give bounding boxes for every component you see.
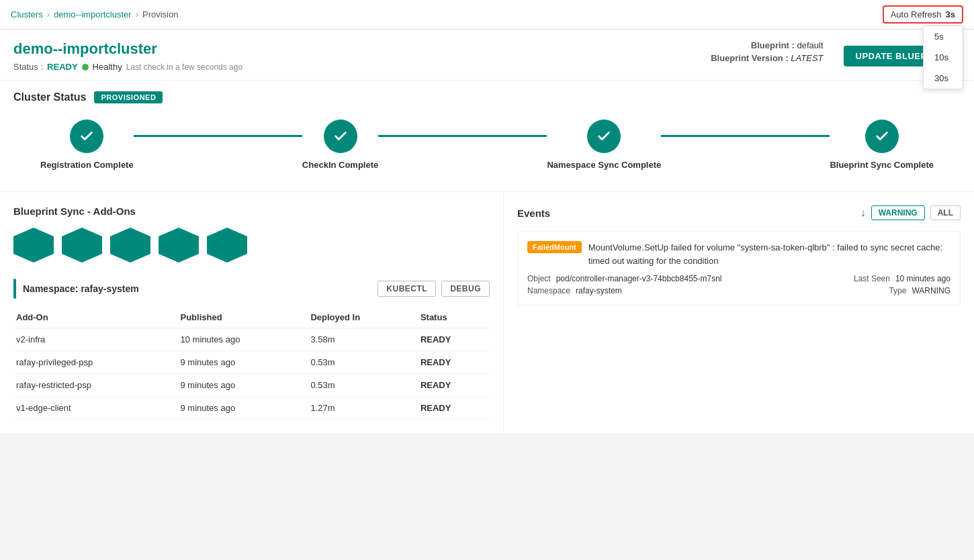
- breadcrumb-cluster[interactable]: demo--importcluster: [54, 9, 132, 19]
- event-last-seen-row: Last Seen 10 minutes ago: [854, 274, 950, 283]
- breadcrumb-sep-1: ›: [47, 9, 50, 19]
- health-text: Healthy: [93, 62, 122, 72]
- left-panel: Blueprint Sync - Add-Ons Namespace: rafa…: [0, 192, 504, 433]
- cluster-status-header: Cluster Status PROVISIONED: [13, 91, 961, 103]
- breadcrumb-sep-2: ›: [136, 9, 138, 19]
- blueprint-version-label: Blueprint Version :: [711, 53, 789, 63]
- cluster-meta: Blueprint : default Blueprint Version : …: [711, 40, 823, 66]
- filter-warning-button[interactable]: WARNING: [871, 205, 925, 220]
- event-object-label: Object: [527, 274, 551, 283]
- breadcrumb-clusters[interactable]: Clusters: [11, 9, 43, 19]
- cell-published: 10 minutes ago: [177, 328, 308, 351]
- cell-addon: rafay-restricted-psp: [13, 374, 177, 397]
- cluster-status-section: Cluster Status PROVISIONED Registration …: [0, 80, 974, 191]
- refresh-option-10s[interactable]: 10s: [924, 47, 963, 68]
- step-label-namespace-sync: Namespace Sync Complete: [547, 160, 661, 170]
- cell-deployed-in: 1.27m: [308, 397, 417, 420]
- step-connector-3: [661, 135, 830, 137]
- refresh-option-5s[interactable]: 5s: [924, 26, 963, 47]
- hexagon-4: [159, 228, 199, 263]
- event-type-value: WARNING: [912, 286, 950, 295]
- breadcrumb-bar: Clusters › demo--importcluster › Provisi…: [0, 0, 974, 30]
- events-header: Events ↓ WARNING ALL: [517, 205, 961, 220]
- event-meta: Object pod/controller-manager-v3-74bbcb8…: [527, 274, 950, 295]
- blueprint-sync-title: Blueprint Sync - Add-Ons: [13, 205, 490, 217]
- col-published: Published: [177, 307, 308, 328]
- auto-refresh-dropdown: 5s 10s 30s: [923, 26, 963, 89]
- cell-addon: v1-edge-client: [13, 397, 177, 420]
- step-blueprint-sync: Blueprint Sync Complete: [830, 120, 934, 170]
- events-title: Events: [517, 207, 550, 219]
- cluster-title: demo--importcluster: [13, 40, 242, 58]
- addon-table-body: v2-infra 10 minutes ago 3.58m READY rafa…: [13, 328, 490, 420]
- table-row: v1-edge-client 9 minutes ago 1.27m READY: [13, 397, 490, 420]
- namespace-title-bar: Namespace: rafay-system: [13, 279, 139, 299]
- auto-refresh-button[interactable]: Auto Refresh 3s: [883, 5, 963, 24]
- event-card: FailedMount MountVolume.SetUp failed for…: [517, 231, 961, 306]
- cell-status: READY: [418, 374, 490, 397]
- event-type-label: Type: [889, 286, 906, 295]
- filter-all-button[interactable]: ALL: [930, 205, 961, 220]
- step-connector-2: [378, 135, 547, 137]
- event-message: MountVolume.SetUp failed for volume "sys…: [588, 241, 950, 267]
- blueprint-version-line: Blueprint Version : LATEST: [711, 53, 823, 63]
- events-controls: ↓ WARNING ALL: [860, 205, 961, 220]
- breadcrumb: Clusters › demo--importcluster › Provisi…: [11, 9, 178, 19]
- step-label-registration: Registration Complete: [40, 160, 134, 170]
- main-content: demo--importcluster Status : READY Healt…: [0, 30, 974, 433]
- refresh-option-30s[interactable]: 30s: [924, 68, 963, 89]
- col-status: Status: [418, 307, 490, 328]
- blueprint-value: default: [797, 40, 823, 50]
- cell-addon: v2-infra: [13, 328, 177, 351]
- col-addon: Add-On: [13, 307, 177, 328]
- namespace-section: Namespace: rafay-system KUBECTL DEBUG Ad…: [13, 279, 490, 420]
- hexagon-1: [13, 228, 54, 263]
- table-row: rafay-privileged-psp 9 minutes ago 0.53m…: [13, 351, 490, 374]
- step-circle-checkin: [324, 120, 357, 153]
- cell-status: READY: [418, 328, 490, 351]
- checkin-text: Last check in a few seconds ago: [126, 62, 242, 72]
- step-connector-1: [134, 135, 302, 137]
- event-meta-right: Last Seen 10 minutes ago Type WARNING: [854, 274, 950, 295]
- cluster-status-line: Status : READY Healthy Last check in a f…: [13, 62, 242, 72]
- step-namespace-sync: Namespace Sync Complete: [547, 120, 661, 170]
- download-icon[interactable]: ↓: [860, 207, 866, 219]
- blueprint-version-value: LATEST: [791, 53, 823, 63]
- provisioned-badge: PROVISIONED: [94, 91, 163, 103]
- event-namespace-label: Namespace: [527, 286, 570, 295]
- check-icon-3: [596, 129, 611, 144]
- event-object-value: pod/controller-manager-v3-74bbcb8455-m7s…: [556, 274, 722, 283]
- breadcrumb-page: Provision: [142, 9, 178, 19]
- blueprint-line: Blueprint : default: [711, 40, 823, 50]
- cell-published: 9 minutes ago: [177, 397, 308, 420]
- step-circle-blueprint-sync: [865, 120, 899, 153]
- cell-deployed-in: 0.53m: [308, 374, 417, 397]
- table-row: v2-infra 10 minutes ago 3.58m READY: [13, 328, 490, 351]
- namespace-header: Namespace: rafay-system KUBECTL DEBUG: [13, 279, 490, 299]
- auto-refresh-container: Auto Refresh 3s 5s 10s 30s: [883, 5, 963, 24]
- lower-panels: Blueprint Sync - Add-Ons Namespace: rafa…: [0, 191, 974, 433]
- check-icon-1: [79, 129, 94, 144]
- event-type-row: Type WARNING: [889, 286, 950, 295]
- cluster-header: demo--importcluster Status : READY Healt…: [0, 30, 974, 80]
- addon-table-head: Add-On Published Deployed In Status: [13, 307, 490, 328]
- cell-addon: rafay-privileged-psp: [13, 351, 177, 374]
- addon-table: Add-On Published Deployed In Status v2-i…: [13, 307, 490, 420]
- kubectl-button[interactable]: KUBECTL: [378, 281, 436, 297]
- col-deployed-in: Deployed In: [308, 307, 417, 328]
- auto-refresh-value: 3s: [946, 9, 955, 19]
- failed-mount-badge: FailedMount: [527, 241, 582, 253]
- addon-table-header-row: Add-On Published Deployed In Status: [13, 307, 490, 328]
- step-label-blueprint-sync: Blueprint Sync Complete: [830, 160, 934, 170]
- progress-steps: Registration Complete CheckIn Complete: [13, 120, 961, 181]
- check-icon-4: [875, 129, 889, 144]
- cell-status: READY: [418, 397, 490, 420]
- step-checkin: CheckIn Complete: [302, 120, 378, 170]
- check-icon-2: [333, 129, 348, 144]
- debug-button[interactable]: DEBUG: [441, 281, 490, 297]
- status-label: Status :: [13, 62, 43, 72]
- cell-status: READY: [418, 351, 490, 374]
- cluster-status-title: Cluster Status: [13, 91, 86, 103]
- event-last-seen-label: Last Seen: [854, 274, 890, 283]
- event-object-row: Object pod/controller-manager-v3-74bbcb8…: [527, 274, 722, 283]
